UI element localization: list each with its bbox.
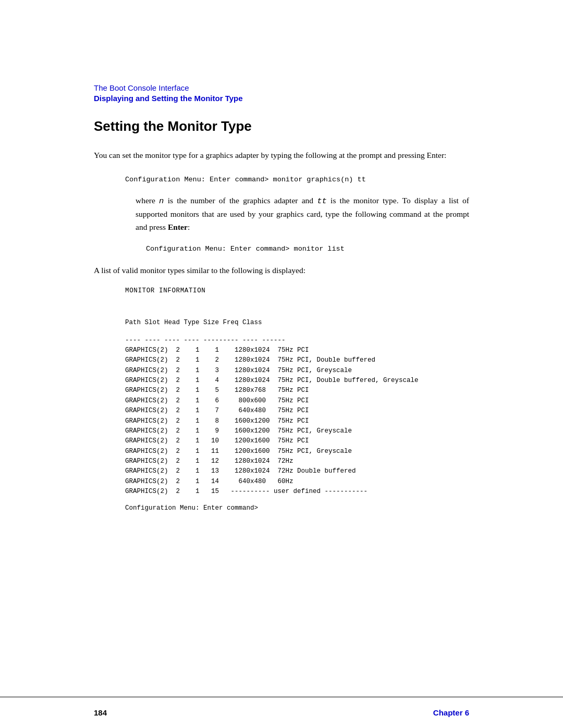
table-row: GRAPHICS(2) 2 1 8 1600x1200 75Hz PCI	[125, 416, 469, 426]
intro-paragraph: You can set the monitor type for a graph…	[94, 149, 469, 162]
table-row: GRAPHICS(2) 2 1 12 1280x1024 72Hz	[125, 456, 469, 466]
page: The Boot Console Interface Displaying an…	[0, 0, 563, 728]
footer-chapter: Chapter 6	[433, 708, 469, 717]
page-title: Setting the Monitor Type	[94, 118, 469, 134]
desc-tt: tt	[317, 196, 327, 206]
table-row: GRAPHICS(2) 2 1 10 1200x1600 75Hz PCI	[125, 436, 469, 446]
desc-text-1: where	[136, 196, 155, 205]
table-row: GRAPHICS(2) 2 1 1 1280x1024 75Hz PCI	[125, 346, 469, 355]
list-intro: A list of valid monitor types similar to…	[94, 264, 469, 277]
main-command: Configuration Menu: Enter command> monit…	[125, 175, 469, 185]
table-row: GRAPHICS(2) 2 1 6 800x600 75Hz PCI	[125, 396, 469, 406]
footer-page-number: 184	[94, 708, 107, 717]
breadcrumb-current: Displaying and Setting the Monitor Type	[94, 94, 469, 103]
breadcrumb: The Boot Console Interface Displaying an…	[94, 83, 469, 103]
content-area: The Boot Console Interface Displaying an…	[0, 0, 563, 555]
description-paragraph: where n is the number of the graphics ad…	[94, 194, 469, 233]
desc-text-2: is the number of the graphics adapter an…	[168, 196, 317, 205]
table-row: GRAPHICS(2) 2 1 2 1280x1024 75Hz PCI, Do…	[125, 355, 469, 365]
monitor-code-section: MONITOR INFORMATION Path Slot Head Type …	[125, 286, 469, 346]
table-row: GRAPHICS(2) 2 1 9 1600x1200 75Hz PCI, Gr…	[125, 426, 469, 436]
desc-n: n	[159, 196, 164, 206]
table-row: GRAPHICS(2) 2 1 14 640x480 60Hz	[125, 477, 469, 487]
table-row: GRAPHICS(2) 2 1 15 ---------- user defin…	[125, 487, 469, 497]
table-row: GRAPHICS(2) 2 1 4 1280x1024 75Hz PCI, Do…	[125, 376, 469, 386]
table-divider: ---- ---- ---- ---- --------- ---- -----…	[125, 336, 469, 346]
breadcrumb-parent[interactable]: The Boot Console Interface	[94, 83, 189, 92]
monitor-list-command: Configuration Menu: Enter command> monit…	[146, 244, 469, 254]
table-row: GRAPHICS(2) 2 1 13 1280x1024 72Hz Double…	[125, 466, 469, 476]
desc-colon: :	[188, 223, 190, 231]
monitor-table-rows: GRAPHICS(2) 2 1 1 1280x1024 75Hz PCIGRAP…	[125, 346, 469, 497]
table-row: GRAPHICS(2) 2 1 11 1200x1600 75Hz PCI, G…	[125, 447, 469, 456]
monitor-info-label: MONITOR INFORMATION	[125, 286, 469, 296]
table-row: GRAPHICS(2) 2 1 5 1280x768 75Hz PCI	[125, 386, 469, 396]
desc-enter: Enter	[168, 223, 188, 231]
table-header: Path Slot Head Type Size Freq Class	[125, 318, 469, 328]
table-row: GRAPHICS(2) 2 1 3 1280x1024 75Hz PCI, Gr…	[125, 366, 469, 376]
command-prompt-final: Configuration Menu: Enter command>	[125, 503, 469, 513]
page-footer: 184 Chapter 6	[0, 697, 563, 728]
table-row: GRAPHICS(2) 2 1 7 640x480 75Hz PCI	[125, 406, 469, 416]
